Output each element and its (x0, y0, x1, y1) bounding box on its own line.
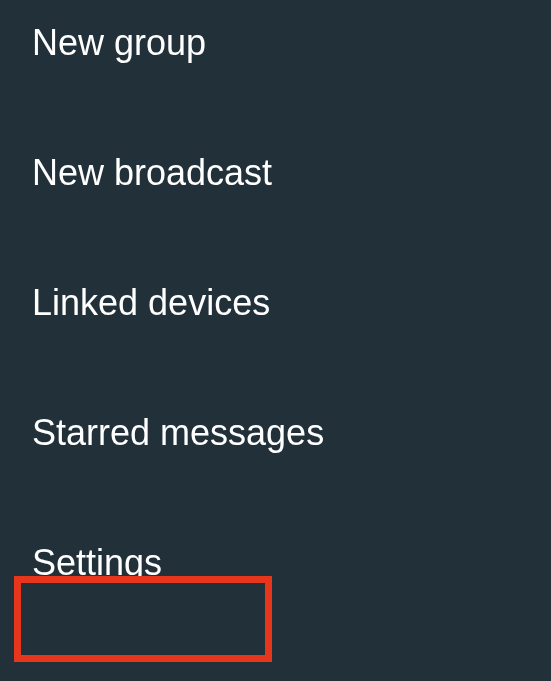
menu-item-label: Settings (32, 542, 162, 584)
menu-item-linked-devices[interactable]: Linked devices (0, 238, 551, 368)
menu-item-new-broadcast[interactable]: New broadcast (0, 108, 551, 238)
overflow-menu: New group New broadcast Linked devices S… (0, 0, 551, 628)
menu-item-starred-messages[interactable]: Starred messages (0, 368, 551, 498)
menu-item-label: Linked devices (32, 282, 270, 324)
menu-item-label: New broadcast (32, 152, 272, 194)
menu-item-label: Starred messages (32, 412, 324, 454)
menu-item-label: New group (32, 22, 206, 64)
menu-item-settings[interactable]: Settings (0, 498, 551, 628)
menu-item-new-group[interactable]: New group (0, 0, 551, 108)
